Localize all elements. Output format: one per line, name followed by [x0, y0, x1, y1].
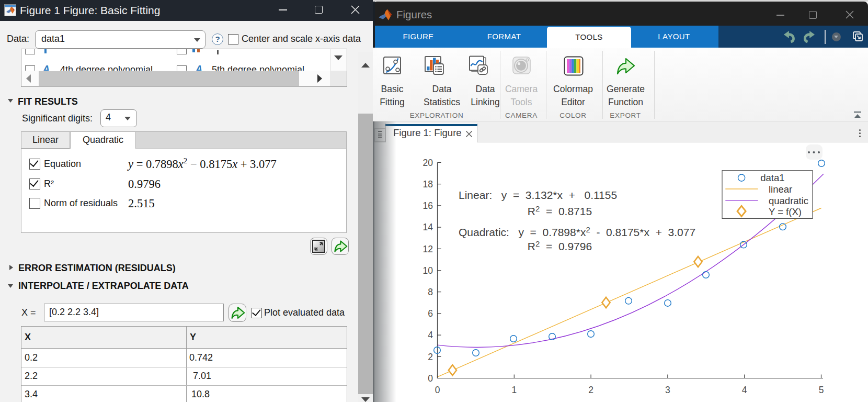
svg-text:4: 4: [742, 385, 747, 395]
svg-text:6: 6: [428, 308, 433, 319]
svg-text:quadratic: quadratic: [769, 195, 808, 206]
svg-text:Linear: y = 3.132*x + 0: Linear: y = 3.132*x + 0.1155: [459, 189, 617, 201]
svg-text:12: 12: [423, 244, 433, 254]
svg-text:data1: data1: [760, 172, 784, 183]
svg-text:1: 1: [511, 385, 517, 395]
svg-text:2: 2: [428, 352, 433, 362]
svg-text:Y = f(X): Y = f(X): [769, 206, 802, 217]
svg-text:R2 = 0.9796: R2 = 0.9796: [528, 239, 592, 252]
svg-text:14: 14: [423, 222, 433, 232]
svg-text:2: 2: [588, 385, 593, 395]
svg-text:4: 4: [428, 330, 433, 340]
svg-text:R2 = 0.8715: R2 = 0.8715: [528, 204, 592, 217]
svg-text:Quadratic: y = 0.7898*x2: Quadratic: y = 0.7898*x2 - 0.8175*x + 3.…: [459, 225, 695, 238]
svg-text:0: 0: [435, 385, 440, 395]
svg-text:18: 18: [423, 179, 433, 189]
svg-text:5: 5: [819, 385, 824, 395]
svg-text:8: 8: [428, 287, 433, 297]
svg-text:linear: linear: [769, 184, 792, 195]
svg-text:0: 0: [428, 373, 433, 384]
svg-text:3: 3: [665, 385, 670, 395]
svg-text:20: 20: [423, 158, 433, 168]
svg-text:16: 16: [423, 200, 433, 211]
svg-text:10: 10: [423, 265, 433, 276]
